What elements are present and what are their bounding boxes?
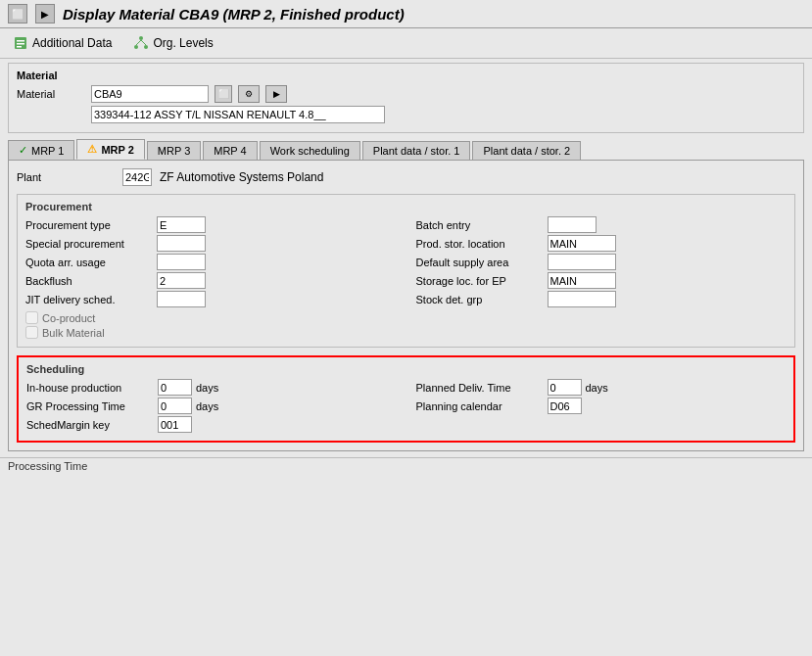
tab-mrp1[interactable]: ✓ MRP 1 (8, 140, 74, 160)
tab-plant-data-1[interactable]: Plant data / stor. 1 (362, 141, 471, 160)
page-title: Display Material CBA9 (MRP 2, Finished p… (63, 6, 804, 23)
prod-stor-location-label: Prod. stor. location (416, 238, 544, 250)
scheduling-section: Scheduling In-house production days GR P… (17, 355, 795, 443)
org-levels-button[interactable]: Org. Levels (128, 32, 217, 54)
tab-content: Plant ZF Automotive Systems Poland Procu… (8, 160, 804, 451)
nav-icon-1[interactable]: ⚙ (238, 85, 260, 103)
batch-entry-input[interactable] (548, 216, 597, 233)
storage-loc-ep-input[interactable] (548, 272, 616, 289)
stock-det-grp-label: Stock det. grp (416, 294, 544, 305)
tab-mrp2[interactable]: ⚠ MRP 2 (76, 139, 144, 160)
plant-name: ZF Automotive Systems Poland (160, 170, 323, 184)
plant-code-input[interactable] (122, 168, 152, 186)
material-description-input[interactable] (91, 106, 385, 123)
planning-calendar-label: Planning calendar (416, 400, 544, 412)
material-input[interactable] (91, 85, 209, 103)
procurement-section: Procurement Procurement type Special pro… (17, 194, 795, 348)
in-house-production-input[interactable] (158, 379, 192, 396)
mrp2-warning-icon: ⚠ (87, 143, 97, 156)
planned-deliv-time-input[interactable] (548, 379, 582, 396)
jit-delivery-sched-label: JIT delivery sched. (25, 294, 153, 305)
quota-arr-usage-input[interactable] (157, 254, 206, 270)
co-product-label: Co-product (42, 312, 95, 324)
svg-point-4 (139, 36, 143, 40)
co-product-checkbox[interactable] (25, 311, 38, 324)
scheduling-title: Scheduling (26, 363, 786, 375)
bulk-material-label: Bulk Material (42, 327, 105, 339)
additional-data-icon (13, 35, 28, 51)
svg-point-6 (144, 45, 148, 49)
plant-label: Plant (17, 171, 115, 183)
gr-processing-time-label: GR Processing Time (26, 400, 154, 412)
special-procurement-label: Special procurement (25, 238, 153, 250)
backflush-input[interactable] (157, 272, 206, 289)
svg-point-5 (134, 45, 138, 49)
backflush-label: Backflush (25, 275, 153, 287)
app-icon: ⬜ (8, 4, 27, 23)
material-label: Material (17, 88, 85, 100)
nav-icon-2[interactable]: ▶ (265, 85, 287, 103)
material-section: Material Material ⬜ ⚙ ▶ (8, 63, 804, 133)
status-text: Processing Time (8, 460, 87, 472)
tab-work-scheduling[interactable]: Work scheduling (260, 141, 360, 160)
storage-loc-ep-label: Storage loc. for EP (416, 275, 544, 287)
jit-delivery-sched-input[interactable] (157, 291, 206, 307)
tab-mrp4[interactable]: MRP 4 (203, 141, 257, 160)
mrp1-check-icon: ✓ (19, 144, 27, 157)
svg-line-8 (141, 40, 146, 45)
procurement-title: Procurement (25, 201, 787, 212)
additional-data-button[interactable]: Additional Data (8, 32, 117, 54)
play-icon: ▶ (35, 4, 55, 23)
tab-bar: ✓ MRP 1 ⚠ MRP 2 MRP 3 MRP 4 Work schedul… (0, 139, 812, 160)
svg-rect-1 (17, 40, 24, 42)
sched-margin-key-input[interactable] (158, 416, 192, 433)
in-house-production-unit: days (196, 382, 218, 394)
plant-row: Plant ZF Automotive Systems Poland (17, 168, 795, 186)
special-procurement-input[interactable] (157, 235, 206, 252)
material-section-title: Material (17, 70, 795, 81)
gr-processing-time-unit: days (196, 400, 218, 412)
bulk-material-checkbox-row: Bulk Material (25, 326, 105, 339)
batch-entry-label: Batch entry (416, 219, 544, 231)
procurement-type-input[interactable] (157, 216, 206, 233)
title-bar: ⬜ ▶ Display Material CBA9 (MRP 2, Finish… (0, 0, 812, 28)
sched-margin-key-label: SchedMargin key (26, 419, 154, 431)
toolbar: Additional Data Org. Levels (0, 28, 812, 59)
tab-plant-data-2[interactable]: Plant data / stor. 2 (472, 141, 581, 160)
svg-line-7 (136, 40, 141, 45)
planned-deliv-time-unit: days (586, 382, 608, 394)
stock-det-grp-input[interactable] (548, 291, 616, 307)
status-bar: Processing Time (0, 457, 812, 474)
prod-stor-location-input[interactable] (548, 235, 616, 252)
svg-rect-3 (17, 46, 22, 48)
planning-calendar-input[interactable] (548, 398, 582, 414)
default-supply-area-label: Default supply area (416, 257, 544, 268)
default-supply-area-input[interactable] (548, 254, 616, 270)
tab-mrp3[interactable]: MRP 3 (147, 141, 201, 160)
material-lookup-icon[interactable]: ⬜ (215, 85, 232, 103)
org-levels-icon (133, 35, 149, 51)
in-house-production-label: In-house production (26, 382, 154, 394)
svg-rect-2 (17, 43, 24, 45)
planned-deliv-time-label: Planned Deliv. Time (416, 382, 544, 394)
gr-processing-time-input[interactable] (158, 398, 192, 414)
co-product-checkbox-row: Co-product (25, 311, 95, 324)
quota-arr-usage-label: Quota arr. usage (25, 257, 153, 268)
bulk-material-checkbox[interactable] (25, 326, 38, 339)
procurement-type-label: Procurement type (25, 219, 153, 231)
